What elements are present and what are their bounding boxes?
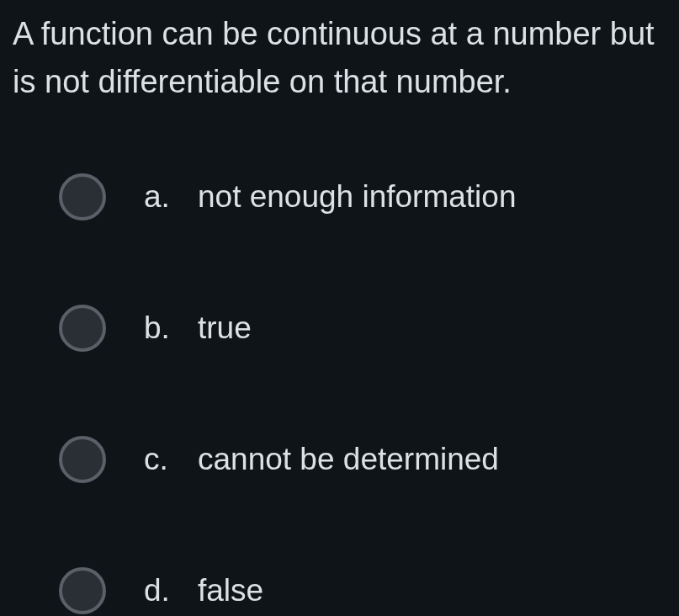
radio-a[interactable] [59,173,106,220]
radio-c[interactable] [59,436,106,483]
radio-b[interactable] [59,305,106,352]
option-letter: d. [144,573,174,608]
question-text: A function can be continuous at a number… [13,10,666,106]
option-letter: b. [144,311,174,346]
option-b[interactable]: b. true [59,305,666,352]
option-b-label: b. true [144,311,252,346]
option-d-label: d. false [144,573,263,608]
option-a[interactable]: a. not enough information [59,173,666,220]
option-d[interactable]: d. false [59,567,666,614]
option-a-label: a. not enough information [144,179,517,215]
option-text: true [198,311,252,346]
option-letter: c. [144,442,174,477]
option-c[interactable]: c. cannot be determined [59,436,666,483]
options-list: a. not enough information b. true c. can… [13,173,666,614]
option-letter: a. [144,179,174,215]
radio-d[interactable] [59,567,106,614]
option-c-label: c. cannot be determined [144,442,499,477]
option-text: false [198,573,263,608]
option-text: cannot be determined [198,442,499,477]
option-text: not enough information [198,179,517,215]
